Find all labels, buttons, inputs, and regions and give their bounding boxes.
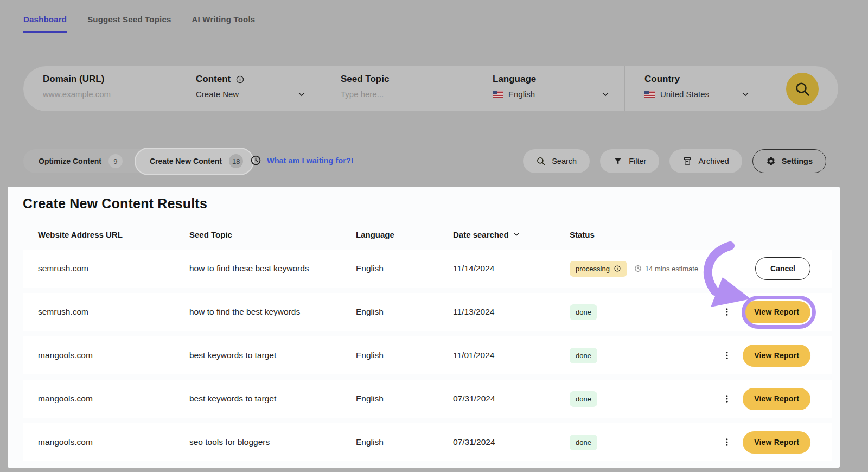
archived-button[interactable]: Archived <box>669 149 742 173</box>
status-cell: processing 14 mins estimate <box>570 261 755 277</box>
language-selected-value: English <box>508 90 535 99</box>
content-field[interactable]: Content Create New <box>176 66 321 111</box>
table-row: mangools.com seo tools for bloggers Engl… <box>23 423 832 461</box>
search-submit-button[interactable] <box>786 73 819 105</box>
what-am-i-waiting-for-link[interactable]: What am I waiting for?! <box>267 156 354 165</box>
website-cell: mangools.com <box>38 350 189 360</box>
settings-button[interactable]: Settings <box>752 149 826 173</box>
search-filter-bar: Domain (URL) Content Create New Seed Top… <box>23 66 838 111</box>
kebab-menu-icon[interactable] <box>722 349 732 361</box>
status-cell: done <box>570 304 722 320</box>
count-badge: 9 <box>108 154 123 168</box>
archived-button-label: Archived <box>698 157 729 165</box>
column-website: Website Address URL <box>38 230 189 239</box>
status-badge: processing <box>570 261 627 277</box>
segment-optimize-content[interactable]: Optimize Content 9 <box>23 149 135 173</box>
sort-chevron-down-icon <box>513 231 520 238</box>
date-cell: 07/31/2024 <box>453 437 570 447</box>
table-row: mangools.com best keywords to target Eng… <box>23 336 832 374</box>
language-field[interactable]: Language English <box>473 66 624 111</box>
date-cell: 11/01/2024 <box>453 350 570 360</box>
language-cell: English <box>356 350 453 360</box>
filter-button-label: Filter <box>629 157 646 165</box>
chevron-down-icon[interactable] <box>297 90 307 99</box>
column-seed-topic: Seed Topic <box>189 230 356 239</box>
search-button[interactable]: Search <box>523 149 590 173</box>
filter-button[interactable]: Filter <box>600 149 659 173</box>
clock-icon <box>634 265 642 272</box>
status-cell: done <box>570 348 722 363</box>
status-cell: done <box>570 435 722 450</box>
domain-label: Domain (URL) <box>43 74 176 85</box>
kebab-menu-icon[interactable] <box>722 436 732 448</box>
language-label: Language <box>493 74 624 85</box>
results-card: Create New Content Results Website Addre… <box>8 187 840 468</box>
seed-topic-field: Seed Topic <box>321 66 473 111</box>
info-icon <box>235 75 245 84</box>
table-row: semrush.com how to find the best keyword… <box>23 293 832 331</box>
date-cell: 07/31/2024 <box>453 394 570 404</box>
gear-icon <box>766 156 776 166</box>
content-type-segmented-control: Optimize Content 9 Create New Content 18 <box>23 149 254 173</box>
info-icon[interactable] <box>614 265 621 272</box>
seed-topic-input[interactable] <box>341 90 422 99</box>
us-flag-icon <box>493 91 503 98</box>
date-cell: 11/14/2024 <box>453 264 570 273</box>
table-row: mangools.com best keywords to target Eng… <box>23 380 832 418</box>
view-report-button[interactable]: View Report <box>743 301 810 323</box>
kebab-menu-icon[interactable] <box>722 306 732 318</box>
segment-create-new-content[interactable]: Create New Content 18 <box>135 148 254 175</box>
settings-button-label: Settings <box>782 157 813 165</box>
status-badge: done <box>570 391 597 407</box>
tab-ai-writing-tools[interactable]: AI Writing Tools <box>192 15 256 33</box>
seed-topic-cell: how to find these best keywords <box>189 264 356 273</box>
language-cell: English <box>356 264 453 273</box>
magnifier-icon <box>536 156 546 166</box>
status-badge: done <box>570 348 597 363</box>
us-flag-icon <box>644 91 655 98</box>
seed-topic-cell: best keywords to target <box>189 350 356 360</box>
language-cell: English <box>356 394 453 404</box>
cancel-button[interactable]: Cancel <box>755 257 810 280</box>
waiting-info: What am I waiting for?! <box>250 155 354 166</box>
chevron-down-icon[interactable] <box>741 90 750 99</box>
view-report-button[interactable]: View Report <box>743 388 810 410</box>
language-cell: English <box>356 307 453 317</box>
time-estimate: 14 mins estimate <box>634 265 698 273</box>
chevron-down-icon[interactable] <box>601 90 610 99</box>
tab-dashboard[interactable]: Dashboard <box>23 15 67 33</box>
website-cell: semrush.com <box>38 264 189 273</box>
table-header-row: Website Address URL Seed Topic Language … <box>23 224 832 245</box>
seed-topic-label: Seed Topic <box>341 74 473 85</box>
country-selected-value: United States <box>660 90 709 99</box>
seed-topic-cell: seo tools for bloggers <box>189 437 356 447</box>
table-tool-buttons: Search Filter Archived Settings <box>523 149 826 173</box>
status-cell: done <box>570 391 722 407</box>
content-selected-value: Create New <box>196 90 239 99</box>
country-field[interactable]: Country United States <box>624 66 764 111</box>
page-title: Create New Content Results <box>23 196 207 212</box>
magnifier-icon <box>794 81 810 97</box>
column-language: Language <box>356 230 453 239</box>
seed-topic-cell: how to find the best keywords <box>189 307 356 317</box>
domain-field: Domain (URL) <box>23 66 176 111</box>
website-cell: semrush.com <box>38 307 189 317</box>
search-button-label: Search <box>552 157 577 165</box>
column-date-searched[interactable]: Date searched <box>453 230 570 239</box>
website-cell: mangools.com <box>38 437 189 447</box>
view-report-button[interactable]: View Report <box>743 345 810 367</box>
seed-topic-cell: best keywords to target <box>189 394 356 404</box>
funnel-icon <box>613 156 623 166</box>
date-cell: 11/13/2024 <box>453 307 570 317</box>
domain-input[interactable] <box>43 90 124 99</box>
content-label: Content <box>196 74 231 85</box>
table-row: semrush.com how to find these best keywo… <box>23 250 832 288</box>
segment-label: Create New Content <box>150 157 222 165</box>
count-badge: 18 <box>229 154 243 168</box>
kebab-menu-icon[interactable] <box>722 393 732 405</box>
tab-suggest-seed-topics[interactable]: Suggest Seed Topics <box>87 15 171 33</box>
language-cell: English <box>356 437 453 447</box>
status-badge: done <box>570 304 597 320</box>
website-cell: mangools.com <box>38 394 189 404</box>
view-report-button[interactable]: View Report <box>743 431 810 454</box>
